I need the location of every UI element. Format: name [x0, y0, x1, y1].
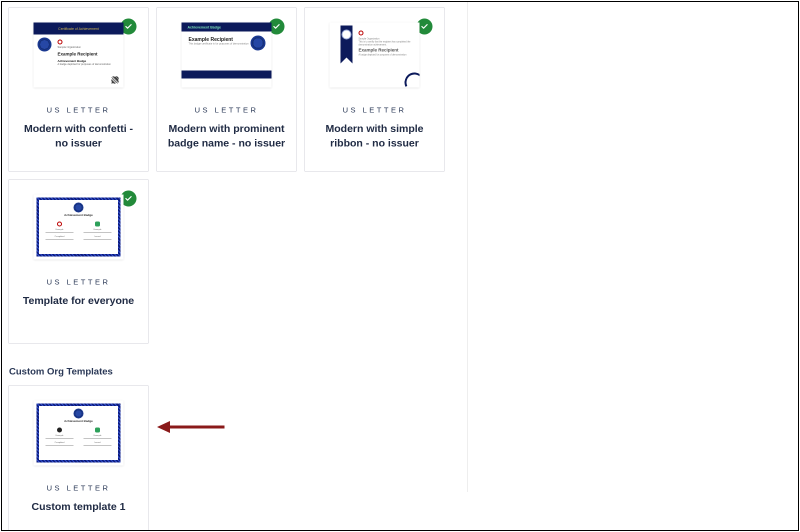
template-card-everyone[interactable]: Achievement Badge ExampleCompleted Examp…	[8, 179, 149, 344]
cert-badge-label: Achievement Badge	[64, 420, 92, 422]
template-thumbnail: Sample Organization This is to certify t…	[324, 18, 424, 92]
template-card-simple-ribbon[interactable]: Sample Organization This is to certify t…	[304, 7, 445, 172]
cert-badge-label: Achievement Badge	[182, 22, 272, 32]
template-size-label: US LETTER	[194, 106, 258, 114]
default-template-grid: Certificate of Achievement Sample Organi…	[8, 7, 466, 344]
page-frame: Certificate of Achievement Sample Organi…	[1, 1, 799, 531]
template-card-modern-confetti[interactable]: Certificate of Achievement Sample Organi…	[8, 7, 149, 172]
template-thumbnail: Certificate of Achievement Sample Organi…	[28, 18, 128, 92]
template-name-label: Custom template 1	[28, 499, 128, 514]
template-card-custom-1[interactable]: Achievement Badge ExampleCompleted Examp…	[8, 385, 149, 531]
template-thumbnail: Achievement Badge ExampleCompleted Examp…	[28, 396, 128, 470]
template-name-label: Modern with confetti - no issuer	[14, 121, 142, 150]
custom-template-grid: Achievement Badge ExampleCompleted Examp…	[8, 385, 466, 531]
template-size-label: US LETTER	[46, 484, 110, 492]
template-name-label: Template for everyone	[20, 293, 138, 308]
template-size-label: US LETTER	[46, 106, 110, 114]
template-size-label: US LETTER	[342, 106, 406, 114]
cert-recipient: Example Recipient	[358, 48, 412, 52]
cert-heading: Certificate of Achievement	[34, 22, 124, 34]
custom-templates-heading: Custom Org Templates	[9, 366, 466, 377]
template-name-label: Modern with prominent badge name - no is…	[162, 121, 290, 150]
template-name-label: Modern with simple ribbon - no issuer	[310, 121, 438, 150]
cert-recipient: Example Recipient	[58, 52, 118, 56]
template-picker-panel: Certificate of Achievement Sample Organi…	[2, 2, 472, 530]
template-thumbnail: Achievement Badge Example Recipient This…	[176, 18, 276, 92]
template-card-prominent-badge[interactable]: Achievement Badge Example Recipient This…	[156, 7, 297, 172]
template-size-label: US LETTER	[46, 278, 110, 286]
template-thumbnail: Achievement Badge ExampleCompleted Examp…	[28, 190, 128, 264]
cert-badge-label: Achievement Badge	[64, 214, 92, 216]
